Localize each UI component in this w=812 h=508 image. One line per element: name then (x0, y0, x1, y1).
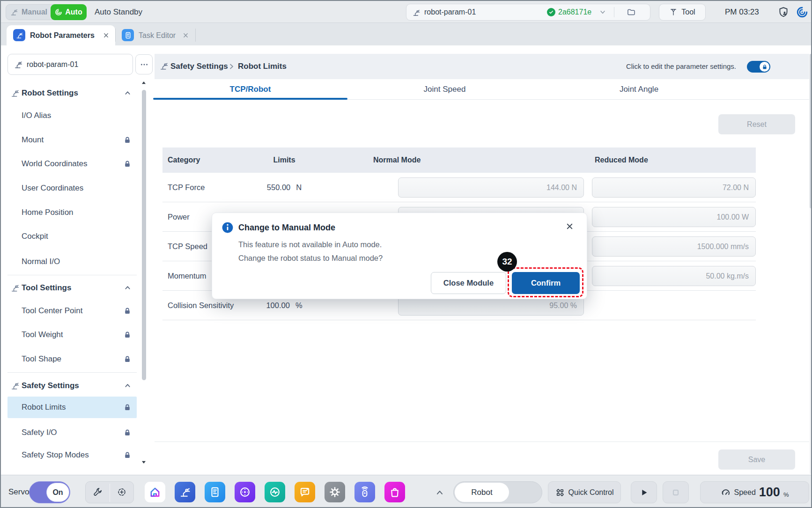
robot-arm-icon (10, 381, 20, 390)
speed-control[interactable]: Speed 100 % (700, 481, 809, 503)
row-category: Power (168, 202, 190, 232)
mode-manual-label: Manual (22, 8, 47, 16)
stop-button[interactable] (663, 481, 689, 503)
sidebar-scrollbar[interactable] (142, 90, 146, 380)
scroll-down-arrow[interactable] (140, 459, 147, 465)
sidebar-item-normal-io[interactable]: Normal I/O (7, 251, 137, 272)
close-icon[interactable] (103, 32, 109, 38)
dialog-title: Change to Manual Mode (238, 223, 335, 233)
close-module-button[interactable]: Close Module (431, 272, 506, 294)
close-icon[interactable] (566, 222, 574, 230)
lock-icon (124, 331, 131, 339)
reset-button[interactable]: Reset (718, 114, 795, 134)
chevron-up-icon[interactable] (124, 89, 131, 96)
app-monitoring[interactable] (265, 482, 285, 502)
app-robot-parameters[interactable] (175, 482, 195, 502)
check-circle-icon (547, 8, 555, 16)
divider (7, 275, 137, 275)
annotation-highlight-rect (508, 267, 583, 297)
tab-tcp-robot[interactable]: TCP/Robot (153, 79, 347, 100)
reduced-mode-input[interactable]: 50.00 kg.m/s (592, 266, 756, 286)
sidebar-item-user-coordinates[interactable]: User Coordinates (7, 177, 137, 199)
mode-switch: Manual Auto (6, 4, 86, 20)
auto-swirl-icon (55, 8, 62, 16)
app-remote-control[interactable] (354, 482, 375, 502)
reduced-mode-input[interactable]: 72.00 N (592, 177, 756, 198)
scroll-up-arrow[interactable] (140, 80, 147, 86)
reduced-mode-input[interactable]: 1500.000 mm/s (592, 236, 756, 257)
mode-manual-button[interactable]: Manual (6, 5, 51, 20)
remote-icon (359, 486, 371, 498)
annotation-step-badge: 32 (497, 252, 517, 272)
servo-toggle[interactable]: On (29, 481, 70, 503)
ellipsis-icon (140, 60, 148, 69)
sidebar-item-home-position[interactable]: Home Position (7, 202, 137, 223)
robot-selector[interactable]: Robot (453, 481, 542, 503)
sidebar-item-safety-stop-modes[interactable]: Safety Stop Modes (7, 444, 137, 466)
app-message-log[interactable] (295, 482, 315, 502)
save-button[interactable]: Save (718, 449, 795, 470)
sidebar-item-safety-io[interactable]: Safety I/O (7, 422, 137, 443)
parameter-version-id[interactable]: 2a68171e (558, 4, 591, 20)
sidebar-section-tool-settings[interactable]: Tool Settings (7, 277, 137, 299)
tab-joint-angle[interactable]: Joint Angle (542, 79, 736, 100)
parameter-file-name[interactable]: robot-param-01 (424, 4, 476, 20)
gear-icon (329, 486, 341, 498)
wrench-icon[interactable] (93, 487, 103, 497)
sidebar-item-robot-limits[interactable]: Robot Limits (7, 397, 137, 418)
app-store[interactable] (384, 482, 405, 502)
positioning-target-icon[interactable] (117, 487, 127, 497)
tab-robot-parameters[interactable]: Robot Parameters (7, 25, 115, 45)
jog-pad-icon (239, 486, 251, 498)
edit-lock-toggle[interactable] (747, 61, 770, 73)
parameter-file-widget: robot-param-01 2a68171e (406, 4, 650, 21)
sidebar-item-mount[interactable]: Mount (7, 129, 137, 151)
sidebar-section-robot-settings[interactable]: Robot Settings (7, 82, 137, 104)
recovery-swirl-icon[interactable] (796, 6, 808, 18)
tab-joint-speed[interactable]: Joint Speed (347, 79, 542, 100)
chevron-up-icon[interactable] (124, 382, 131, 389)
app-home[interactable] (145, 482, 165, 502)
normal-mode-input[interactable]: 144.00 N (398, 177, 584, 198)
breadcrumb-section: Safety Settings (170, 54, 228, 79)
window-tab-strip: Robot Parameters Task Editor (1, 23, 811, 45)
column-reduced-mode: Reduced Mode (595, 147, 648, 173)
sidebar-item-tool-shape[interactable]: Tool Shape (7, 348, 137, 370)
lock-icon (124, 355, 131, 363)
lock-icon (124, 160, 131, 168)
sidebar-item-tool-weight[interactable]: Tool Weight (7, 324, 137, 346)
sidebar-item-tool-center-point[interactable]: Tool Center Point (7, 300, 137, 322)
app-settings[interactable] (325, 482, 345, 502)
sidebar-item-cockpit[interactable]: Cockpit (7, 226, 137, 247)
column-category: Category (168, 147, 200, 173)
lock-icon (124, 451, 131, 459)
speed-label: Speed (734, 488, 756, 497)
play-button[interactable] (631, 481, 657, 503)
sidebar-item-io-alias[interactable]: I/O Alias (7, 105, 137, 126)
safety-shield-icon[interactable] (777, 6, 790, 18)
tool-icon (669, 8, 678, 16)
app-jog[interactable] (235, 482, 255, 502)
dialog-message-line1: This feature is not available in Auto mo… (238, 240, 382, 249)
speed-unit: % (783, 491, 789, 498)
table-header: Category Limits Normal Mode Reduced Mode (162, 147, 756, 173)
dialog-message-line2: Change the robot status to Manual mode? (238, 254, 383, 263)
tab-task-editor[interactable]: Task Editor (116, 25, 195, 45)
mode-auto-button[interactable]: Auto (51, 4, 87, 20)
tool-button[interactable]: Tool (659, 4, 706, 21)
close-icon[interactable] (183, 32, 189, 38)
chevron-down-icon[interactable] (599, 9, 606, 15)
app-task-editor[interactable] (205, 482, 225, 502)
content-scrollbar[interactable] (810, 54, 812, 208)
section-title: Robot Settings (22, 82, 78, 104)
sidebar-item-world-coordinates[interactable]: World Coordinates (7, 153, 137, 175)
parameter-name-field[interactable]: robot-param-01 (7, 54, 133, 75)
chevron-up-icon[interactable] (124, 284, 131, 291)
reduced-mode-input[interactable]: 100.00 W (592, 207, 756, 227)
open-folder-icon[interactable] (627, 7, 636, 17)
sidebar-section-safety-settings[interactable]: Safety Settings (7, 375, 137, 397)
lock-icon (124, 404, 131, 411)
sidebar-more-button[interactable] (135, 54, 153, 74)
chevron-up-icon[interactable] (436, 488, 444, 497)
quick-control-button[interactable]: Quick Control (548, 481, 621, 503)
